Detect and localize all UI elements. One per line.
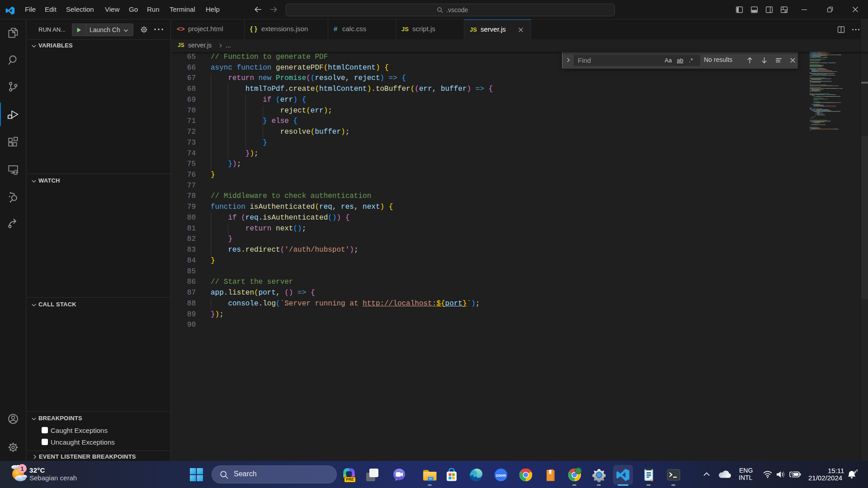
- svg-text:zoom: zoom: [496, 473, 506, 478]
- svg-text:z: z: [856, 469, 858, 472]
- svg-text:1: 1: [20, 465, 24, 472]
